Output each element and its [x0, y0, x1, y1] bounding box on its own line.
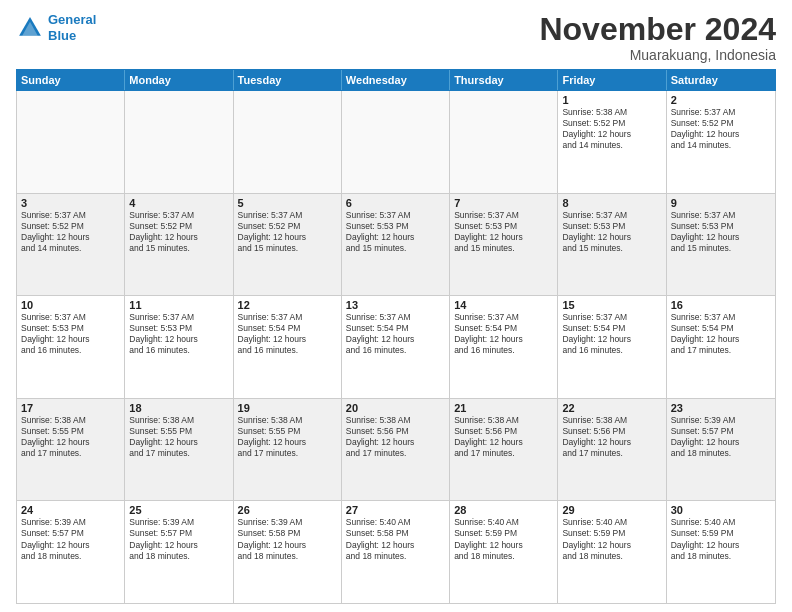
day-info: Sunrise: 5:37 AMSunset: 5:52 PMDaylight:… — [671, 107, 771, 151]
day-info: Sunrise: 5:37 AMSunset: 5:53 PMDaylight:… — [129, 312, 228, 356]
day-info: Sunrise: 5:38 AMSunset: 5:56 PMDaylight:… — [454, 415, 553, 459]
calendar-cell: 4Sunrise: 5:37 AMSunset: 5:52 PMDaylight… — [125, 194, 233, 296]
day-number: 27 — [346, 504, 445, 516]
day-info: Sunrise: 5:38 AMSunset: 5:55 PMDaylight:… — [129, 415, 228, 459]
calendar-cell: 5Sunrise: 5:37 AMSunset: 5:52 PMDaylight… — [234, 194, 342, 296]
day-number: 3 — [21, 197, 120, 209]
calendar-header: SundayMondayTuesdayWednesdayThursdayFrid… — [16, 69, 776, 91]
weekday-header: Sunday — [17, 70, 125, 90]
logo: General Blue — [16, 12, 96, 43]
day-number: 25 — [129, 504, 228, 516]
day-info: Sunrise: 5:38 AMSunset: 5:55 PMDaylight:… — [21, 415, 120, 459]
calendar-cell: 12Sunrise: 5:37 AMSunset: 5:54 PMDayligh… — [234, 296, 342, 398]
calendar-row: 10Sunrise: 5:37 AMSunset: 5:53 PMDayligh… — [17, 296, 775, 399]
page: General Blue November 2024 Muarakuang, I… — [0, 0, 792, 612]
day-info: Sunrise: 5:38 AMSunset: 5:52 PMDaylight:… — [562, 107, 661, 151]
calendar-cell — [17, 91, 125, 193]
day-info: Sunrise: 5:37 AMSunset: 5:54 PMDaylight:… — [346, 312, 445, 356]
day-info: Sunrise: 5:37 AMSunset: 5:53 PMDaylight:… — [562, 210, 661, 254]
calendar-cell: 15Sunrise: 5:37 AMSunset: 5:54 PMDayligh… — [558, 296, 666, 398]
logo-text: General Blue — [48, 12, 96, 43]
day-info: Sunrise: 5:40 AMSunset: 5:59 PMDaylight:… — [671, 517, 771, 561]
calendar-row: 24Sunrise: 5:39 AMSunset: 5:57 PMDayligh… — [17, 501, 775, 603]
day-number: 12 — [238, 299, 337, 311]
day-number: 4 — [129, 197, 228, 209]
day-info: Sunrise: 5:37 AMSunset: 5:53 PMDaylight:… — [671, 210, 771, 254]
logo-line1: General — [48, 12, 96, 27]
calendar-cell: 6Sunrise: 5:37 AMSunset: 5:53 PMDaylight… — [342, 194, 450, 296]
day-number: 8 — [562, 197, 661, 209]
day-info: Sunrise: 5:39 AMSunset: 5:58 PMDaylight:… — [238, 517, 337, 561]
day-number: 18 — [129, 402, 228, 414]
calendar-cell: 3Sunrise: 5:37 AMSunset: 5:52 PMDaylight… — [17, 194, 125, 296]
day-number: 14 — [454, 299, 553, 311]
calendar-row: 17Sunrise: 5:38 AMSunset: 5:55 PMDayligh… — [17, 399, 775, 502]
calendar-cell: 22Sunrise: 5:38 AMSunset: 5:56 PMDayligh… — [558, 399, 666, 501]
calendar-cell: 11Sunrise: 5:37 AMSunset: 5:53 PMDayligh… — [125, 296, 233, 398]
calendar-cell — [234, 91, 342, 193]
calendar-cell: 29Sunrise: 5:40 AMSunset: 5:59 PMDayligh… — [558, 501, 666, 603]
day-info: Sunrise: 5:39 AMSunset: 5:57 PMDaylight:… — [21, 517, 120, 561]
day-number: 24 — [21, 504, 120, 516]
day-number: 23 — [671, 402, 771, 414]
day-info: Sunrise: 5:37 AMSunset: 5:54 PMDaylight:… — [454, 312, 553, 356]
calendar-cell: 1Sunrise: 5:38 AMSunset: 5:52 PMDaylight… — [558, 91, 666, 193]
day-number: 11 — [129, 299, 228, 311]
logo-line2: Blue — [48, 28, 76, 43]
calendar-cell: 26Sunrise: 5:39 AMSunset: 5:58 PMDayligh… — [234, 501, 342, 603]
header: General Blue November 2024 Muarakuang, I… — [0, 0, 792, 69]
day-info: Sunrise: 5:39 AMSunset: 5:57 PMDaylight:… — [129, 517, 228, 561]
weekday-header: Monday — [125, 70, 233, 90]
calendar-cell: 13Sunrise: 5:37 AMSunset: 5:54 PMDayligh… — [342, 296, 450, 398]
day-info: Sunrise: 5:37 AMSunset: 5:52 PMDaylight:… — [21, 210, 120, 254]
calendar-cell: 14Sunrise: 5:37 AMSunset: 5:54 PMDayligh… — [450, 296, 558, 398]
calendar-cell — [450, 91, 558, 193]
day-info: Sunrise: 5:40 AMSunset: 5:59 PMDaylight:… — [454, 517, 553, 561]
calendar-cell: 30Sunrise: 5:40 AMSunset: 5:59 PMDayligh… — [667, 501, 775, 603]
day-info: Sunrise: 5:40 AMSunset: 5:59 PMDaylight:… — [562, 517, 661, 561]
calendar-cell — [125, 91, 233, 193]
day-info: Sunrise: 5:37 AMSunset: 5:54 PMDaylight:… — [238, 312, 337, 356]
calendar-cell: 10Sunrise: 5:37 AMSunset: 5:53 PMDayligh… — [17, 296, 125, 398]
weekday-header: Tuesday — [234, 70, 342, 90]
day-number: 30 — [671, 504, 771, 516]
calendar-cell — [342, 91, 450, 193]
day-number: 6 — [346, 197, 445, 209]
day-number: 9 — [671, 197, 771, 209]
calendar-cell: 19Sunrise: 5:38 AMSunset: 5:55 PMDayligh… — [234, 399, 342, 501]
day-number: 2 — [671, 94, 771, 106]
day-info: Sunrise: 5:37 AMSunset: 5:52 PMDaylight:… — [238, 210, 337, 254]
calendar-row: 3Sunrise: 5:37 AMSunset: 5:52 PMDaylight… — [17, 194, 775, 297]
day-info: Sunrise: 5:40 AMSunset: 5:58 PMDaylight:… — [346, 517, 445, 561]
day-number: 1 — [562, 94, 661, 106]
title-block: November 2024 Muarakuang, Indonesia — [539, 12, 776, 63]
day-number: 13 — [346, 299, 445, 311]
month-title: November 2024 — [539, 12, 776, 47]
day-number: 15 — [562, 299, 661, 311]
calendar-cell: 18Sunrise: 5:38 AMSunset: 5:55 PMDayligh… — [125, 399, 233, 501]
day-info: Sunrise: 5:37 AMSunset: 5:54 PMDaylight:… — [671, 312, 771, 356]
day-number: 29 — [562, 504, 661, 516]
calendar-cell: 20Sunrise: 5:38 AMSunset: 5:56 PMDayligh… — [342, 399, 450, 501]
day-number: 19 — [238, 402, 337, 414]
day-number: 26 — [238, 504, 337, 516]
calendar-row: 1Sunrise: 5:38 AMSunset: 5:52 PMDaylight… — [17, 91, 775, 194]
calendar-cell: 17Sunrise: 5:38 AMSunset: 5:55 PMDayligh… — [17, 399, 125, 501]
logo-icon — [16, 14, 44, 42]
day-number: 21 — [454, 402, 553, 414]
day-info: Sunrise: 5:37 AMSunset: 5:53 PMDaylight:… — [21, 312, 120, 356]
day-info: Sunrise: 5:38 AMSunset: 5:55 PMDaylight:… — [238, 415, 337, 459]
day-info: Sunrise: 5:38 AMSunset: 5:56 PMDaylight:… — [562, 415, 661, 459]
calendar-cell: 16Sunrise: 5:37 AMSunset: 5:54 PMDayligh… — [667, 296, 775, 398]
calendar-cell: 9Sunrise: 5:37 AMSunset: 5:53 PMDaylight… — [667, 194, 775, 296]
day-info: Sunrise: 5:37 AMSunset: 5:52 PMDaylight:… — [129, 210, 228, 254]
day-number: 17 — [21, 402, 120, 414]
day-info: Sunrise: 5:37 AMSunset: 5:53 PMDaylight:… — [454, 210, 553, 254]
day-number: 10 — [21, 299, 120, 311]
calendar-cell: 24Sunrise: 5:39 AMSunset: 5:57 PMDayligh… — [17, 501, 125, 603]
day-number: 22 — [562, 402, 661, 414]
day-info: Sunrise: 5:39 AMSunset: 5:57 PMDaylight:… — [671, 415, 771, 459]
calendar-cell: 7Sunrise: 5:37 AMSunset: 5:53 PMDaylight… — [450, 194, 558, 296]
weekday-header: Thursday — [450, 70, 558, 90]
weekday-header: Wednesday — [342, 70, 450, 90]
